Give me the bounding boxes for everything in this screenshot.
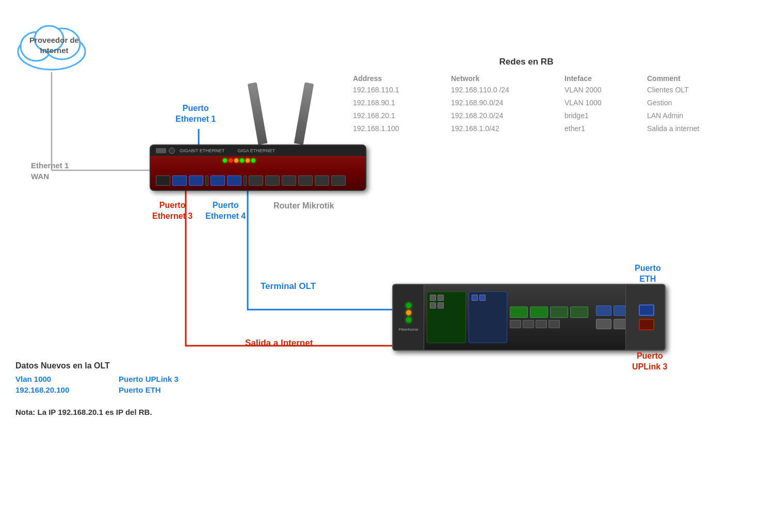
ethernet-wan-label: Ethernet 1 WAN [31,160,69,182]
network-info-title: Redes en RB [351,57,702,67]
port-eth3-label: Puerto Ethernet 3 [152,200,192,222]
row1-network: 192.168.110.0 /24 [449,84,562,96]
cloud-label: Proveedor de Internet [28,35,80,55]
row4-inteface: ether1 [562,122,645,135]
datos-ip: 192.168.20.100 [15,385,88,394]
row1-comment: Clientes OLT [645,84,748,96]
datos-row-1: Vlan 1000 Puerto UPLink 3 [15,375,191,383]
col-header-inteface: Inteface [562,73,645,84]
row2-inteface: VLAN 1000 [562,96,645,109]
terminal-olt-label: Terminal OLT [261,281,316,292]
row4-comment: Salida a internet [645,122,748,135]
row4-address: 192.168.1.100 [351,122,449,135]
row3-address: 192.168.20.1 [351,109,449,122]
datos-nuevos-section: Datos Nuevos en la OLT Vlan 1000 Puerto … [15,361,191,396]
datos-nuevos-title: Datos Nuevos en la OLT [15,361,191,370]
port-eth-label: Puerto ETH [635,263,661,285]
datos-row-2: 192.168.20.100 Puerto ETH [15,385,191,394]
cloud-shape: .cloud-path { fill: white; stroke: #4aad… [10,15,93,72]
diagram-container: .cloud-path { fill: white; stroke: #4aad… [0,0,774,532]
antenna-left [248,82,268,144]
network-table: Address Network Inteface Comment 192.168… [351,73,702,135]
col-header-address: Address [351,73,449,84]
port-uplink3-label: Puerto UPLink 3 [632,351,667,373]
salida-internet-label: Salida a Internet [245,338,313,348]
datos-uplink: Puerto UPLink 3 [119,375,191,383]
nota-text: Nota: La IP 192.168.20.1 es IP del RB. [15,408,152,416]
router-mikrotik: GIGABIT ETHERNET GIGA ETHERNET [150,144,366,191]
row2-address: 192.168.90.1 [351,96,449,109]
row3-network: 192.168.20.0/24 [449,109,562,122]
olt-terminal: Fiberhome [392,284,666,351]
col-header-network: Network [449,73,562,84]
port-eth4-label: Puerto Ethernet 4 [205,200,246,222]
row4-network: 192.168.1.0/42 [449,122,562,135]
network-info-section: Redes en RB Address Network Inteface Com… [351,57,702,135]
row1-inteface: VLAN 2000 [562,84,645,96]
col-header-comment: Comment [645,73,748,84]
antenna-right [294,82,314,144]
port-eth1-label: Puerto Ethernet 1 [175,103,216,125]
datos-vlan: Vlan 1000 [15,375,88,383]
router-label: Router Mikrotik [273,201,334,211]
row1-address: 192.168.110.1 [351,84,449,96]
row2-network: 192.168.90.0/24 [449,96,562,109]
row2-comment: Gestion [645,96,748,109]
row3-comment: LAN Admin [645,109,748,122]
datos-eth: Puerto ETH [119,385,191,394]
row3-inteface: bridge1 [562,109,645,122]
